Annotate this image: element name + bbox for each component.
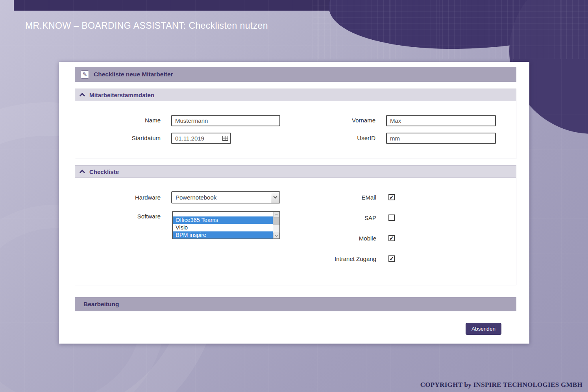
startdatum-label: Startdatum bbox=[115, 135, 161, 141]
copyright-text: COPYRIGHT by INSPIRE TECHNOLOGIES GMBH bbox=[420, 381, 582, 389]
absenden-button[interactable]: Absenden bbox=[466, 323, 501, 335]
form-title: Checkliste neue Mitarbeiter bbox=[94, 71, 173, 78]
software-option[interactable]: Office365 Teams bbox=[173, 216, 273, 224]
slide-title: MR.KNOW – BOARDING ASSISTANT: Checkliste… bbox=[25, 20, 268, 31]
checkbox-label: SAP bbox=[364, 214, 376, 221]
section-title-checkliste: Checkliste bbox=[89, 168, 119, 175]
hardware-select[interactable]: Powernotebook bbox=[171, 191, 280, 203]
software-option[interactable]: BPM inspire bbox=[173, 231, 273, 239]
form-header-bar: ✎ Checkliste neue Mitarbeiter bbox=[75, 67, 516, 82]
vorname-label: Vorname bbox=[316, 117, 375, 124]
section-title-stammdaten: Mitarbeiterstammdaten bbox=[89, 92, 154, 98]
software-option[interactable]: Visio bbox=[173, 224, 273, 231]
slide: MR.KNOW – BOARDING ASSISTANT: Checkliste… bbox=[0, 0, 588, 392]
document-edit-icon: ✎ bbox=[81, 70, 89, 79]
vorname-input[interactable] bbox=[386, 115, 496, 126]
checkbox-row: SAP bbox=[265, 214, 395, 221]
mobile-checkbox[interactable]: ✓ bbox=[388, 235, 395, 241]
userid-label: UserID bbox=[316, 135, 375, 141]
chevron-up-icon bbox=[80, 93, 85, 98]
bearbeitung-bar: Bearbeitung bbox=[75, 297, 516, 311]
software-listbox-options: Office365 TeamsVisioBPM inspire bbox=[173, 212, 273, 239]
section-body-checkliste: Hardware Powernotebook Software Office36… bbox=[75, 178, 516, 285]
userid-input[interactable] bbox=[386, 133, 496, 144]
hardware-select-value: Powernotebook bbox=[176, 192, 216, 203]
software-label: Software bbox=[115, 213, 161, 220]
checkbox-row: Mobile✓ bbox=[265, 235, 395, 242]
checkbox-label: Mobile bbox=[359, 235, 376, 242]
hardware-label: Hardware bbox=[115, 194, 161, 201]
section-header-checkliste[interactable]: Checkliste bbox=[75, 165, 516, 178]
intranet-zugang-checkbox[interactable]: ✓ bbox=[388, 255, 395, 262]
checkbox-label: EMail bbox=[361, 194, 376, 201]
section-body-stammdaten: Name Vorname Startdatum UserID bbox=[75, 101, 516, 159]
chevron-up-icon bbox=[80, 170, 85, 175]
section-header-stammdaten[interactable]: Mitarbeiterstammdaten bbox=[75, 89, 516, 101]
section-checkliste: Checkliste Hardware Powernotebook Softwa… bbox=[75, 165, 516, 285]
checkbox-row: Intranet Zugang✓ bbox=[265, 255, 395, 262]
calendar-icon[interactable] bbox=[222, 136, 228, 141]
bearbeitung-title: Bearbeitung bbox=[83, 301, 119, 308]
checkbox-column: EMail✓SAPMobile✓Intranet Zugang✓ bbox=[265, 194, 395, 276]
name-input[interactable] bbox=[171, 115, 280, 126]
checkbox-label: Intranet Zugang bbox=[335, 255, 376, 262]
email-checkbox[interactable]: ✓ bbox=[388, 194, 395, 200]
form-panel: ✎ Checkliste neue Mitarbeiter Mitarbeite… bbox=[59, 62, 529, 344]
sap-checkbox[interactable] bbox=[388, 214, 395, 221]
checkbox-row: EMail✓ bbox=[265, 194, 395, 201]
name-label: Name bbox=[115, 117, 161, 124]
section-stammdaten: Mitarbeiterstammdaten Name Vorname Start… bbox=[75, 89, 516, 159]
software-listbox[interactable]: Office365 TeamsVisioBPM inspire bbox=[172, 211, 280, 239]
